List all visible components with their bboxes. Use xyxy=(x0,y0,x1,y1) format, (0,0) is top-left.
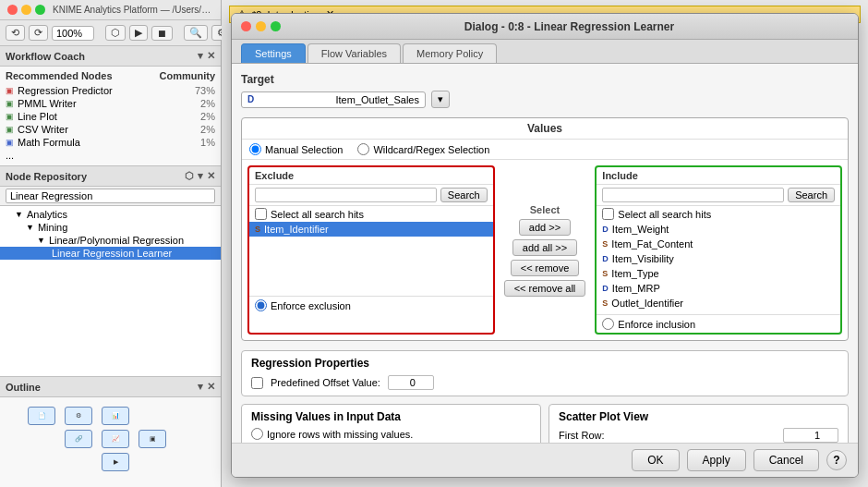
close-window-btn[interactable] xyxy=(7,5,18,15)
exclude-search-row: Search xyxy=(249,185,493,206)
col-type-s-3: S xyxy=(602,298,608,308)
node-icon-regression-predictor: ▣ xyxy=(6,86,14,95)
col-item-item-identifier[interactable]: S Item_Identifier xyxy=(249,222,493,237)
zoom-input[interactable]: 100% xyxy=(52,26,94,41)
predefined-offset-checkbox[interactable] xyxy=(251,377,263,389)
selection-mode-row: Manual Selection Wildcard/Regex Selectio… xyxy=(242,140,848,160)
col-type-d-1: D xyxy=(602,225,609,234)
node-repo-icon-3[interactable]: ✕ xyxy=(207,170,215,182)
tab-memory-policy[interactable]: Memory Policy xyxy=(403,43,497,63)
tab-flow-variables[interactable]: Flow Variables xyxy=(307,43,401,63)
dialog-window: Dialog - 0:8 - Linear Regression Learner… xyxy=(231,13,859,478)
enforce-exclusion-radio[interactable] xyxy=(255,299,267,311)
toolbar-btn-1[interactable]: ⟲ xyxy=(6,25,25,41)
outline-title: Outline xyxy=(6,382,41,393)
enforce-inclusion-radio[interactable] xyxy=(602,318,614,330)
missing-values-options: Ignore rows with missing values. Fail on… xyxy=(251,428,531,443)
add-all-btn[interactable]: add all >> xyxy=(512,239,577,256)
target-icon: D xyxy=(247,94,254,104)
wildcard-radio-input[interactable] xyxy=(357,143,369,155)
toolbar-btn-5[interactable]: ⏹ xyxy=(151,26,173,41)
apply-button[interactable]: Apply xyxy=(687,449,746,471)
col-item-outlet-id[interactable]: S Outlet_Identifier xyxy=(597,296,840,310)
col-item-item-visibility[interactable]: D Item_Visibility xyxy=(597,251,840,266)
exclude-box-title: Exclude xyxy=(249,167,493,185)
col-item-item-mrp[interactable]: D Item_MRP xyxy=(597,281,840,296)
manual-radio-input[interactable] xyxy=(249,143,261,155)
remove-btn[interactable]: << remove xyxy=(511,260,580,276)
ignore-missing-radio[interactable]: Ignore rows with missing values. xyxy=(251,428,531,440)
list-item[interactable]: ▣ CSV Writer 2% xyxy=(6,123,215,136)
list-item[interactable]: ▣ Line Plot 2% xyxy=(6,110,215,123)
values-header: Values xyxy=(242,118,848,140)
tree-label-mining: Mining xyxy=(38,222,67,233)
node-pct-regression-predictor: 73% xyxy=(195,85,215,96)
include-box-title: Include xyxy=(597,167,840,185)
include-select-all-row: Select all search hits xyxy=(597,206,840,222)
workflow-coach-icon-1[interactable]: ▾ xyxy=(198,50,203,62)
minimize-window-btn[interactable] xyxy=(21,5,31,15)
col-type-s-1: S xyxy=(602,239,608,249)
tree-item-linear-poly[interactable]: ▼ Linear/Polynomial Regression xyxy=(0,234,221,247)
toolbar-btn-4[interactable]: ▶ xyxy=(129,25,148,41)
remove-all-btn[interactable]: << remove all xyxy=(504,280,586,297)
mini-node-6: ▣ xyxy=(139,430,166,448)
col-item-item-fat[interactable]: S Item_Fat_Content xyxy=(597,237,840,251)
toolbar-btn-6[interactable]: 🔍 xyxy=(184,25,208,41)
dialog-footer: OK Apply Cancel ? xyxy=(232,443,858,477)
ok-button[interactable]: OK xyxy=(632,449,679,471)
node-repo-icon-2[interactable]: ▾ xyxy=(198,170,203,182)
dialog-close-btn[interactable] xyxy=(241,21,251,31)
manual-selection-radio[interactable]: Manual Selection xyxy=(249,143,343,155)
wildcard-selection-radio[interactable]: Wildcard/Regex Selection xyxy=(357,143,489,155)
include-search-btn[interactable]: Search xyxy=(788,188,835,202)
predefined-offset-input[interactable] xyxy=(388,375,434,390)
enforce-exclusion-row: Enforce exclusion xyxy=(249,296,493,314)
add-btn[interactable]: add >> xyxy=(519,219,571,236)
outline-canvas: 📄 ⚙ 📊 🔗 📈 ▣ ▶ xyxy=(0,397,221,487)
outline-icon-1[interactable]: ▾ xyxy=(198,381,203,393)
app-title: KNIME Analytics Platform — /Users/shanta… xyxy=(53,5,213,15)
dialog-minimize-btn[interactable] xyxy=(256,21,266,31)
tree-item-linear-learner[interactable]: Linear Regression Learner xyxy=(0,247,221,260)
toolbar-btn-3[interactable]: ⬡ xyxy=(105,25,126,41)
col-item-item-type[interactable]: S Item_Type xyxy=(597,266,840,281)
dialog-maximize-btn[interactable] xyxy=(271,21,281,31)
target-dropdown-btn[interactable]: ▾ xyxy=(431,91,450,108)
include-search-input[interactable] xyxy=(602,188,784,202)
exclude-search-input[interactable] xyxy=(255,188,437,202)
exclude-search-btn[interactable]: Search xyxy=(440,188,488,202)
repo-search-input[interactable] xyxy=(6,189,215,203)
help-button[interactable]: ? xyxy=(826,450,847,470)
toolbar-btn-2[interactable]: ⟳ xyxy=(29,25,48,41)
tab-settings[interactable]: Settings xyxy=(241,43,306,63)
node-repo-icon-1[interactable]: ⬡ xyxy=(185,170,194,182)
scatter-plot-panel: Scatter Plot View First Row: Row Count: xyxy=(549,404,849,443)
include-select-all-checkbox[interactable] xyxy=(602,208,614,220)
exclude-select-all-checkbox[interactable] xyxy=(255,208,267,220)
workflow-coach-icon-2[interactable]: ✕ xyxy=(207,50,215,62)
list-item[interactable]: ▣ PMML Writer 2% xyxy=(6,97,215,110)
list-item[interactable]: ... xyxy=(6,149,215,162)
target-select[interactable]: D Item_Outlet_Sales xyxy=(241,91,426,108)
tree-item-analytics[interactable]: ▼ Analytics xyxy=(0,208,221,221)
workflow-coach-title: Workflow Coach xyxy=(6,51,85,62)
select-label: Select xyxy=(530,204,560,215)
node-icon-csv-writer: ▣ xyxy=(6,125,14,134)
maximize-window-btn[interactable] xyxy=(35,5,45,15)
list-item[interactable]: ▣ Regression Predictor 73% xyxy=(6,84,215,97)
outline-icon-2[interactable]: ✕ xyxy=(207,381,215,393)
list-item[interactable]: ▣ Math Formula 1% xyxy=(6,136,215,149)
col-name-outlet-id: Outlet_Identifier xyxy=(611,298,683,309)
left-panel: KNIME Analytics Platform — /Users/shanta… xyxy=(0,0,222,487)
col-item-item-weight[interactable]: D Item_Weight xyxy=(597,222,840,237)
ignore-radio-input[interactable] xyxy=(251,428,263,440)
first-row-input[interactable] xyxy=(783,428,838,443)
cancel-button[interactable]: Cancel xyxy=(753,449,819,471)
node-repo-title-label: Node Repository xyxy=(6,171,87,182)
col-name-item-visibility: Item_Visibility xyxy=(612,253,674,264)
exclude-col-list: S Item_Identifier xyxy=(249,222,493,296)
dialog-body: Target D Item_Outlet_Sales ▾ Values Manu… xyxy=(232,64,858,443)
tree-item-mining[interactable]: ▼ Mining xyxy=(0,221,221,234)
exclude-box: Exclude Search Select all search hits S xyxy=(247,165,495,335)
